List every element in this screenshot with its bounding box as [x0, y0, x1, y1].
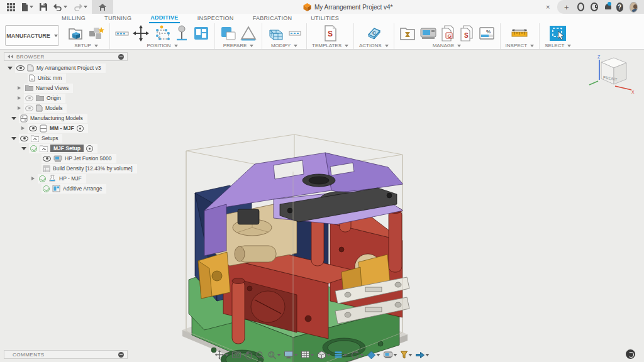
row-build-density[interactable]: Build Density [12.43% by volume] — [4, 163, 148, 173]
move-icon[interactable] — [133, 25, 149, 41]
group-label-position[interactable]: POSITION — [147, 43, 177, 48]
tab-inspection[interactable]: INSPECTION — [196, 14, 235, 23]
recent-clock-icon[interactable] — [591, 3, 598, 11]
browser-header[interactable]: BROWSER — [4, 52, 128, 61]
tab-utilities[interactable]: UTILITIES — [309, 14, 340, 23]
document-tab[interactable]: My Arrangement Project v4* — [303, 0, 393, 14]
sheet-document-icon[interactable]: S — [460, 25, 475, 41]
row-manufacturing-models[interactable]: Manufacturing Models — [4, 113, 148, 123]
activate-radio-icon[interactable] — [77, 125, 84, 132]
undo-icon[interactable] — [52, 1, 69, 13]
group-label-actions[interactable]: ACTIONS — [359, 43, 389, 48]
row-origin[interactable]: Origin — [4, 93, 148, 103]
filter-button[interactable] — [399, 350, 414, 360]
select-icon[interactable] — [549, 25, 567, 41]
group-label-manage[interactable]: MANAGE — [433, 43, 462, 48]
template-document-icon[interactable]: S — [323, 25, 337, 41]
notifications-bell-icon[interactable] — [604, 3, 610, 11]
expand-icon[interactable] — [11, 137, 16, 140]
percent-window-icon[interactable]: % — [479, 26, 495, 41]
visibility-eye-icon[interactable] — [43, 156, 51, 162]
next-action-button[interactable] — [414, 351, 431, 359]
new-arrangement-icon[interactable] — [88, 26, 104, 41]
row-models[interactable]: Models — [4, 103, 148, 113]
row-printer[interactable]: HP Jet Fusion 5000 — [4, 153, 148, 163]
grid-snaps-button[interactable] — [300, 350, 316, 359]
collapse-panel-icon[interactable] — [8, 55, 13, 58]
expand-icon[interactable] — [18, 96, 21, 100]
expand-icon[interactable] — [31, 177, 35, 180]
expand-icon[interactable] — [21, 147, 26, 150]
machine-icon[interactable] — [419, 26, 437, 41]
spacing-icon[interactable] — [115, 26, 129, 40]
group-label-inspect[interactable]: INSPECT — [506, 43, 535, 48]
layers-button[interactable] — [333, 350, 349, 359]
row-setups[interactable]: Setups — [4, 133, 148, 143]
view-cube[interactable]: FRONT Z X — [586, 53, 635, 97]
help-icon[interactable]: ? — [616, 3, 623, 12]
row-additive-arrange[interactable]: Additive Arrange — [4, 184, 148, 194]
modify-spacing-icon[interactable] — [289, 27, 301, 40]
browser-settings-icon[interactable] — [118, 54, 124, 60]
supports-triangle-icon[interactable] — [240, 26, 257, 41]
row-hp-mjf[interactable]: HP - MJF — [4, 173, 148, 184]
row-named-views[interactable]: Named Views — [4, 83, 148, 93]
app-grid-icon[interactable] — [5, 1, 17, 13]
tab-turning[interactable]: TURNING — [103, 14, 133, 23]
row-mm-mjf[interactable]: MM - MJF — [4, 123, 148, 133]
row-project[interactable]: My Arrangement Project v3 — [4, 63, 148, 73]
orientation-icon[interactable] — [220, 26, 236, 41]
expand-icon[interactable] — [11, 117, 16, 120]
tab-additive[interactable]: ADDITIVE — [149, 14, 179, 23]
viewport-canvas[interactable]: FRONT Z X BROWSER My Arrangement P — [0, 50, 644, 362]
job-status-icon[interactable] — [577, 3, 585, 11]
expand-icon[interactable] — [21, 126, 25, 130]
row-mjf-setup[interactable]: MJF Setup — [4, 143, 148, 153]
look-at-button[interactable] — [231, 350, 243, 359]
save-icon[interactable] — [38, 1, 49, 13]
job-folder-icon[interactable] — [399, 26, 416, 41]
comments-expand-icon[interactable] — [118, 352, 124, 358]
visibility-eye-icon[interactable] — [20, 136, 28, 141]
pan-hand-button[interactable] — [243, 350, 254, 360]
group-label-select[interactable]: SELECT — [545, 43, 571, 48]
measure-icon[interactable] — [511, 26, 528, 40]
visibility-eye-icon[interactable] — [16, 65, 25, 71]
assistant-button[interactable] — [626, 349, 635, 359]
file-menu-icon[interactable] — [19, 1, 35, 13]
visibility-eye-off-icon[interactable] — [25, 96, 33, 101]
group-label-setup[interactable]: SETUP — [74, 43, 98, 48]
new-tab-button[interactable]: + — [562, 3, 571, 12]
tab-milling[interactable]: MILLING — [60, 14, 87, 23]
user-avatar[interactable] — [630, 2, 638, 13]
redo-icon[interactable] — [72, 1, 89, 13]
support-icon[interactable] — [174, 25, 189, 41]
machine-view-button[interactable] — [382, 350, 399, 359]
orbit-refresh-button[interactable] — [350, 350, 365, 360]
expand-icon[interactable] — [18, 106, 21, 110]
gcode-document-icon[interactable]: G — [441, 25, 456, 41]
home-tab[interactable] — [92, 0, 113, 14]
zoom-button[interactable] — [255, 350, 266, 360]
orbit-pan-button[interactable] — [214, 349, 230, 360]
new-setup-icon[interactable] — [68, 26, 84, 41]
expand-icon[interactable] — [18, 86, 21, 90]
3d-model-arrangement[interactable] — [179, 130, 418, 362]
transform-cage-icon[interactable] — [153, 25, 170, 41]
workspace-selector-button[interactable]: MANUFACTURE — [5, 25, 59, 46]
group-label-modify[interactable]: MODIFY — [271, 43, 297, 48]
group-label-prepare[interactable]: PREPARE — [223, 43, 254, 48]
tab-fabrication[interactable]: FABRICATION — [252, 14, 294, 23]
arrange-icon[interactable] — [193, 26, 209, 41]
expand-icon[interactable] — [8, 67, 13, 70]
comments-panel[interactable]: COMMENTS — [4, 350, 128, 359]
effects-button[interactable] — [366, 350, 382, 360]
activate-radio-icon[interactable] — [86, 145, 93, 152]
viewports-button[interactable] — [316, 350, 332, 360]
zoom-window-button[interactable] — [267, 350, 282, 360]
visibility-eye-icon[interactable] — [29, 126, 37, 131]
visibility-eye-off-icon[interactable] — [25, 106, 33, 111]
close-tab-button[interactable]: × — [546, 0, 550, 14]
display-settings-button[interactable] — [283, 350, 299, 359]
group-label-templates[interactable]: TEMPLATES — [312, 43, 348, 48]
